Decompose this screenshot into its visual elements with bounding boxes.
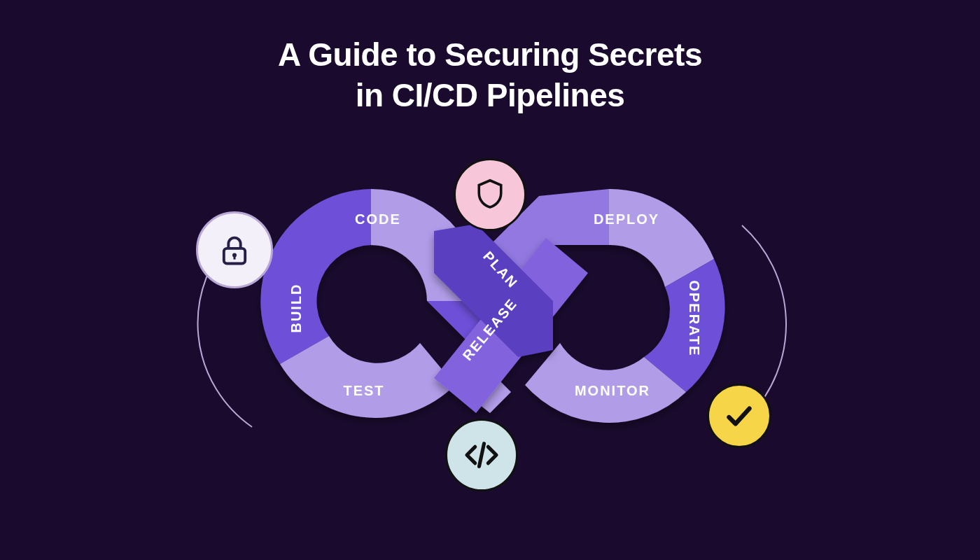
lock-badge <box>196 211 273 288</box>
check-badge <box>707 384 771 448</box>
code-icon <box>462 435 501 475</box>
hero-graphic: A Guide to Securing Secrets in CI/CD Pip… <box>0 0 980 560</box>
check-icon <box>722 398 757 433</box>
svg-rect-2 <box>233 256 235 260</box>
label-deploy: DEPLOY <box>594 211 659 227</box>
label-code: CODE <box>355 211 401 227</box>
shield-icon <box>471 176 509 214</box>
lock-icon <box>216 232 253 268</box>
label-test: TEST <box>343 383 384 398</box>
label-build: BUILD <box>288 283 304 332</box>
code-badge <box>445 419 518 491</box>
shield-badge <box>454 158 526 231</box>
label-operate: OPERATE <box>687 280 702 356</box>
label-monitor: MONITOR <box>575 383 650 398</box>
